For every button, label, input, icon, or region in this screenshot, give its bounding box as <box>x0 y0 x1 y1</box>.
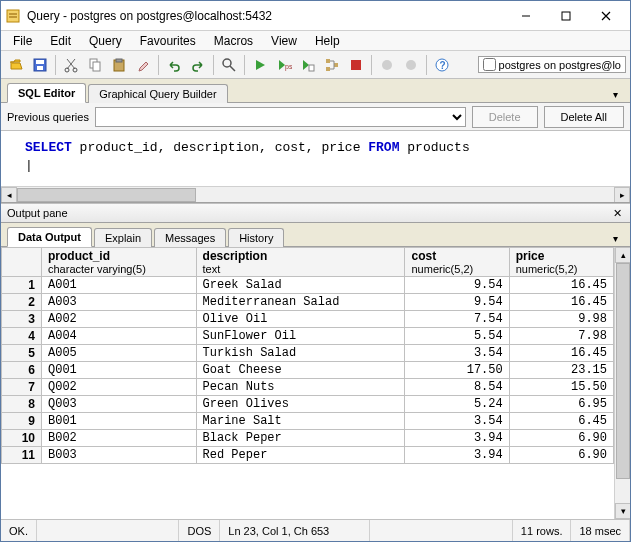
cell-product_id[interactable]: A001 <box>42 277 197 294</box>
cell-cost[interactable]: 3.54 <box>405 345 509 362</box>
cell-price[interactable]: 6.90 <box>509 430 613 447</box>
cell-product_id[interactable]: Q001 <box>42 362 197 379</box>
scroll-down-icon[interactable]: ▾ <box>615 503 630 519</box>
tab-history[interactable]: History <box>228 228 284 247</box>
help-icon[interactable]: ? <box>431 54 453 76</box>
sql-editor[interactable]: SELECT product_id, description, cost, pr… <box>1 131 630 203</box>
close-button[interactable] <box>586 2 626 30</box>
cell-description[interactable]: Mediterranean Salad <box>196 294 405 311</box>
menu-query[interactable]: Query <box>81 32 130 50</box>
cell-description[interactable]: Pecan Nuts <box>196 379 405 396</box>
output-tabbar-dropdown-icon[interactable]: ▾ <box>607 231 624 246</box>
menu-favourites[interactable]: Favourites <box>132 32 204 50</box>
cell-product_id[interactable]: B002 <box>42 430 197 447</box>
editor-hscrollbar[interactable]: ◂ ▸ <box>1 186 630 202</box>
corner-cell[interactable] <box>2 248 42 277</box>
cell-cost[interactable]: 9.54 <box>405 277 509 294</box>
cell-description[interactable]: Olive Oil <box>196 311 405 328</box>
row-number[interactable]: 3 <box>2 311 42 328</box>
cell-description[interactable]: Black Peper <box>196 430 405 447</box>
table-row[interactable]: 8Q003Green Olives5.246.95 <box>2 396 630 413</box>
rollback-icon[interactable] <box>400 54 422 76</box>
execute-icon[interactable] <box>249 54 271 76</box>
cell-price[interactable]: 9.98 <box>509 311 613 328</box>
cell-cost[interactable]: 3.94 <box>405 447 509 464</box>
col-description[interactable]: descriptiontext <box>196 248 405 277</box>
table-row[interactable]: 3A002Olive Oil7.549.98 <box>2 311 630 328</box>
cell-description[interactable]: Goat Cheese <box>196 362 405 379</box>
find-icon[interactable] <box>218 54 240 76</box>
cell-price[interactable]: 16.45 <box>509 345 613 362</box>
menu-view[interactable]: View <box>263 32 305 50</box>
cell-price[interactable]: 6.45 <box>509 413 613 430</box>
table-row[interactable]: 5A005Turkish Salad3.5416.45 <box>2 345 630 362</box>
explain-icon[interactable] <box>321 54 343 76</box>
commit-icon[interactable] <box>376 54 398 76</box>
cell-cost[interactable]: 5.24 <box>405 396 509 413</box>
cell-cost[interactable]: 7.54 <box>405 311 509 328</box>
execute-pgscript-icon[interactable]: ps <box>273 54 295 76</box>
cell-cost[interactable]: 17.50 <box>405 362 509 379</box>
tab-sql-editor[interactable]: SQL Editor <box>7 83 86 103</box>
maximize-button[interactable] <box>546 2 586 30</box>
table-row[interactable]: 1A001Greek Salad9.5416.45 <box>2 277 630 294</box>
col-cost[interactable]: costnumeric(5,2) <box>405 248 509 277</box>
row-number[interactable]: 5 <box>2 345 42 362</box>
col-product_id[interactable]: product_idcharacter varying(5) <box>42 248 197 277</box>
table-row[interactable]: 7Q002Pecan Nuts8.5415.50 <box>2 379 630 396</box>
cell-description[interactable]: Marine Salt <box>196 413 405 430</box>
cell-product_id[interactable]: B003 <box>42 447 197 464</box>
cell-description[interactable]: Turkish Salad <box>196 345 405 362</box>
tabbar-dropdown-icon[interactable]: ▾ <box>607 87 624 102</box>
col-price[interactable]: pricenumeric(5,2) <box>509 248 613 277</box>
result-grid[interactable]: product_idcharacter varying(5) descripti… <box>1 247 630 519</box>
scroll-right-icon[interactable]: ▸ <box>614 187 630 203</box>
menu-file[interactable]: File <box>5 32 40 50</box>
cell-cost[interactable]: 5.54 <box>405 328 509 345</box>
cell-cost[interactable]: 8.54 <box>405 379 509 396</box>
clear-icon[interactable] <box>132 54 154 76</box>
scroll-thumb[interactable] <box>17 188 196 202</box>
cell-description[interactable]: Red Peper <box>196 447 405 464</box>
cell-description[interactable]: SunFlower Oil <box>196 328 405 345</box>
table-row[interactable]: 10B002Black Peper3.946.90 <box>2 430 630 447</box>
row-number[interactable]: 6 <box>2 362 42 379</box>
menu-edit[interactable]: Edit <box>42 32 79 50</box>
cell-price[interactable]: 7.98 <box>509 328 613 345</box>
tab-graphical-query-builder[interactable]: Graphical Query Builder <box>88 84 227 103</box>
table-row[interactable]: 9B001Marine Salt3.546.45 <box>2 413 630 430</box>
delete-all-button[interactable]: Delete All <box>544 106 624 128</box>
cell-price[interactable]: 16.45 <box>509 277 613 294</box>
paste-icon[interactable] <box>108 54 130 76</box>
row-number[interactable]: 10 <box>2 430 42 447</box>
cell-product_id[interactable]: Q002 <box>42 379 197 396</box>
cell-product_id[interactable]: A004 <box>42 328 197 345</box>
cell-cost[interactable]: 9.54 <box>405 294 509 311</box>
row-number[interactable]: 11 <box>2 447 42 464</box>
cell-product_id[interactable]: Q003 <box>42 396 197 413</box>
scroll-thumb[interactable] <box>616 263 630 479</box>
cell-product_id[interactable]: A005 <box>42 345 197 362</box>
cell-price[interactable]: 6.90 <box>509 447 613 464</box>
row-number[interactable]: 9 <box>2 413 42 430</box>
tab-data-output[interactable]: Data Output <box>7 227 92 247</box>
cell-description[interactable]: Greek Salad <box>196 277 405 294</box>
table-row[interactable]: 2A003Mediterranean Salad9.5416.45 <box>2 294 630 311</box>
open-icon[interactable] <box>5 54 27 76</box>
execute-file-icon[interactable] <box>297 54 319 76</box>
cell-description[interactable]: Green Olives <box>196 396 405 413</box>
table-row[interactable]: 4A004SunFlower Oil5.547.98 <box>2 328 630 345</box>
menu-macros[interactable]: Macros <box>206 32 261 50</box>
cell-price[interactable]: 6.95 <box>509 396 613 413</box>
minimize-button[interactable] <box>506 2 546 30</box>
cell-price[interactable]: 16.45 <box>509 294 613 311</box>
undo-icon[interactable] <box>163 54 185 76</box>
cell-product_id[interactable]: A003 <box>42 294 197 311</box>
row-number[interactable]: 1 <box>2 277 42 294</box>
scroll-left-icon[interactable]: ◂ <box>1 187 17 203</box>
row-number[interactable]: 4 <box>2 328 42 345</box>
cut-icon[interactable] <box>60 54 82 76</box>
cell-cost[interactable]: 3.94 <box>405 430 509 447</box>
delete-button[interactable]: Delete <box>472 106 538 128</box>
row-number[interactable]: 8 <box>2 396 42 413</box>
